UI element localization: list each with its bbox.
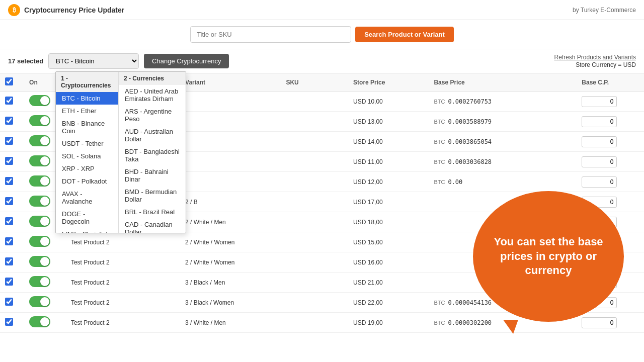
- app-logo: ₿: [8, 4, 20, 16]
- select-all-checkbox[interactable]: [5, 77, 13, 85]
- search-button[interactable]: Search Product or Variant: [355, 27, 454, 42]
- row-checkbox[interactable]: [5, 257, 13, 265]
- row-toggle[interactable]: [29, 256, 50, 267]
- row-checkbox[interactable]: [5, 157, 13, 165]
- row-base-cp-input[interactable]: [582, 176, 617, 188]
- dropdown-currency-item[interactable]: AUD - Australian Dollar: [119, 125, 186, 145]
- row-base-price: BTC 0.0003036828: [429, 152, 577, 172]
- row-toggle[interactable]: [29, 236, 50, 247]
- row-base-crypto: BTC: [434, 119, 445, 125]
- search-input[interactable]: [190, 26, 351, 43]
- row-product: Test Product 2: [66, 232, 180, 252]
- row-base-cp-cell[interactable]: [577, 172, 644, 192]
- row-toggle-cell[interactable]: [24, 313, 66, 333]
- row-base-val: 0.0003588979: [448, 118, 492, 125]
- row-sku: [281, 152, 348, 172]
- row-base-cp-input[interactable]: [582, 96, 617, 107]
- row-checkbox-cell[interactable]: [0, 112, 24, 132]
- row-checkbox-cell[interactable]: [0, 152, 24, 172]
- dropdown-crypto-item[interactable]: SOL - Solana: [56, 150, 118, 162]
- row-base-val: 0.00: [448, 178, 462, 186]
- dropdown-left: 1 - Cryptocurrencies BTC - BitcoinETH - …: [56, 72, 118, 233]
- row-store-price: USD 11,00: [348, 152, 429, 172]
- row-toggle[interactable]: [29, 296, 50, 307]
- th-variant: Variant: [180, 73, 281, 92]
- row-toggle-cell[interactable]: [24, 252, 66, 273]
- dropdown-currency-item[interactable]: AED - United Arab Emirates Dirham: [119, 85, 186, 105]
- row-checkbox-cell[interactable]: [0, 232, 24, 252]
- row-base-cp-cell[interactable]: [577, 152, 644, 172]
- row-checkbox[interactable]: [5, 237, 13, 245]
- dropdown-crypto-item[interactable]: LINK - Chainlink: [56, 228, 118, 233]
- row-base-cp-cell[interactable]: [577, 132, 644, 152]
- row-checkbox[interactable]: [5, 298, 13, 306]
- row-base-cp-input[interactable]: [582, 116, 617, 127]
- row-checkbox-cell[interactable]: [0, 212, 24, 232]
- row-toggle[interactable]: [29, 175, 50, 187]
- row-store-price: USD 19,00: [348, 313, 429, 333]
- dropdown-crypto-item[interactable]: BNB - Binance Coin: [56, 117, 118, 137]
- row-base-cp-input[interactable]: [582, 156, 617, 167]
- dropdown-currency-item[interactable]: CAD - Canadian Dollar: [119, 218, 186, 233]
- row-checkbox[interactable]: [5, 197, 13, 205]
- row-checkbox-cell[interactable]: [0, 273, 24, 293]
- row-base-cp-cell[interactable]: [577, 92, 644, 112]
- row-variant: [180, 132, 281, 152]
- row-checkbox-cell[interactable]: [0, 192, 24, 212]
- dropdown-currency-item[interactable]: BHD - Bahraini Dinar: [119, 165, 186, 186]
- dropdown-crypto-item[interactable]: XRP - XRP: [56, 162, 118, 175]
- row-checkbox-cell[interactable]: [0, 92, 24, 112]
- row-checkbox[interactable]: [5, 177, 13, 185]
- row-base-cp-cell[interactable]: [577, 313, 644, 333]
- dropdown-currencies-label: 2 - Currencies: [119, 72, 186, 85]
- dropdown-crypto-item[interactable]: BTC - Bitcoin: [56, 92, 118, 105]
- row-base-cp-cell[interactable]: [577, 112, 644, 132]
- row-variant: 2 / White / Women: [180, 232, 281, 252]
- row-checkbox-cell[interactable]: [0, 313, 24, 333]
- dropdown-currency-item[interactable]: BDT - Bangladeshi Taka: [119, 145, 186, 165]
- row-toggle[interactable]: [29, 216, 50, 227]
- row-toggle-cell[interactable]: [24, 273, 66, 293]
- dropdown-currency-item[interactable]: BRL - Brazil Real: [119, 206, 186, 218]
- row-base-val: 0.0000454136: [448, 299, 492, 306]
- row-toggle[interactable]: [29, 95, 50, 106]
- row-store-price: USD 14,00: [348, 132, 429, 152]
- toolbar: 17 selected BTC - BitcoinETH - EtherBNB …: [0, 49, 644, 73]
- row-toggle[interactable]: [29, 115, 50, 126]
- dropdown-crypto-item[interactable]: DOGE - Dogecoin: [56, 208, 118, 228]
- row-checkbox[interactable]: [5, 217, 13, 225]
- row-variant: 3 / Black / Men: [180, 273, 281, 293]
- row-sku: [281, 252, 348, 273]
- refresh-link[interactable]: Refresh Products and Variants: [554, 54, 636, 61]
- row-checkbox[interactable]: [5, 318, 13, 326]
- row-checkbox[interactable]: [5, 278, 13, 286]
- dropdown-currency-item[interactable]: ARS - Argentine Peso: [119, 105, 186, 125]
- row-toggle[interactable]: [29, 155, 50, 166]
- row-base-price: BTC 0.00: [429, 172, 577, 192]
- row-toggle[interactable]: [29, 316, 50, 327]
- row-checkbox-cell[interactable]: [0, 172, 24, 192]
- crypto-select[interactable]: BTC - BitcoinETH - EtherBNB - Binance Co…: [48, 53, 139, 69]
- row-checkbox-cell[interactable]: [0, 132, 24, 152]
- row-checkbox-cell[interactable]: [0, 252, 24, 273]
- row-toggle-cell[interactable]: [24, 232, 66, 252]
- dropdown-crypto-item[interactable]: DOT - Polkadot: [56, 175, 118, 188]
- dropdown-crypto-item[interactable]: AVAX - Avalanche: [56, 188, 118, 208]
- toolbar-left: 17 selected BTC - BitcoinETH - EtherBNB …: [8, 53, 229, 69]
- change-cryptocurrency-button[interactable]: Change Cryptocurrency: [144, 54, 229, 68]
- row-toggle[interactable]: [29, 135, 50, 146]
- row-toggle[interactable]: [29, 276, 50, 287]
- row-checkbox[interactable]: [5, 97, 13, 105]
- row-checkbox[interactable]: [5, 117, 13, 125]
- dropdown-crypto-item[interactable]: ETH - Ether: [56, 105, 118, 117]
- row-checkbox-cell[interactable]: [0, 293, 24, 313]
- row-toggle[interactable]: [29, 196, 50, 207]
- th-base-cp: Base C.P.: [577, 73, 644, 92]
- row-base-cp-input[interactable]: [582, 317, 617, 328]
- row-toggle-cell[interactable]: [24, 293, 66, 313]
- app-title: Cryptocurrency Price Updater: [24, 6, 124, 14]
- dropdown-crypto-item[interactable]: USDT - Tether: [56, 137, 118, 150]
- row-base-cp-input[interactable]: [582, 136, 617, 147]
- row-checkbox[interactable]: [5, 137, 13, 145]
- dropdown-currency-item[interactable]: BMD - Bermudian Dollar: [119, 186, 186, 206]
